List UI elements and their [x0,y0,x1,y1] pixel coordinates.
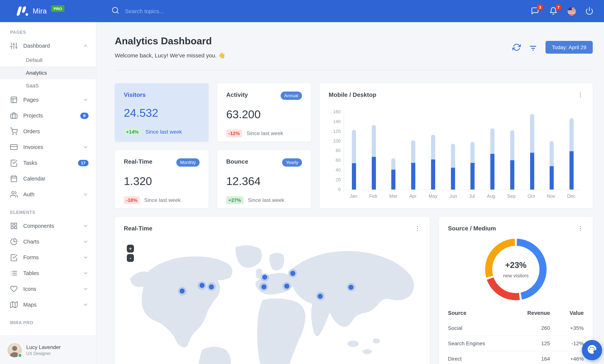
date-range-button[interactable]: Today: April 29 [545,41,593,54]
x-axis-label: Jul [469,194,475,199]
chevron-down-icon [83,270,88,276]
map-marker [178,287,187,296]
map-marker [261,273,269,281]
cell-source: Search Engines [448,336,514,351]
donut-center-label: new visitors [503,273,528,278]
user-name: Lucy Lavender [26,344,61,350]
x-axis-label: Aug [487,194,495,199]
page-title: Analytics Dashboard [115,36,225,47]
calendar-icon [10,175,18,182]
filter-button[interactable] [529,43,537,51]
briefcase-icon [10,112,18,119]
cell-value: +35% [550,320,584,336]
chevron-down-icon [83,191,88,197]
more-vertical-icon [577,93,584,100]
sidebar-item-dashboard[interactable]: Dashboard [0,38,96,54]
bar-aug [490,128,494,189]
source-menu-button[interactable] [577,225,584,232]
top-navbar: Mira PRO 3 7 [0,0,604,22]
cell-revenue: 260 [514,320,550,336]
sidebar-item-forms[interactable]: Forms [0,250,96,265]
y-axis-tick: 100 [333,138,341,144]
power-icon [585,10,593,16]
sidebar-item-calendar[interactable]: Calendar [0,171,96,187]
language-flag-us[interactable] [568,7,576,15]
mira-logo-icon [16,6,28,16]
refresh-button[interactable] [513,43,521,51]
x-axis-label: Sep [507,194,516,199]
sidebar-nav: PAGESDashboardDefaultAnalyticsSaaSPagesP… [0,22,96,336]
stat-title: Real-Time [124,158,152,165]
delta-chip: -18% [124,196,140,204]
sidebar-section-label-elements: ELEMENTS [0,202,96,218]
grid-icon [10,222,18,230]
map-zoom-in-button[interactable]: + [127,245,134,252]
brand-name: Mira [33,7,47,15]
brand[interactable]: Mira PRO [0,6,96,16]
x-axis-label: Feb [369,194,377,199]
avatar [8,343,22,357]
map-marker [316,292,325,301]
bar-jul [471,142,475,189]
chevron-down-icon [83,97,88,103]
users-icon [10,191,18,198]
user-profile[interactable]: Lucy Lavender UX Designer [0,336,96,364]
bar-apr [411,140,415,189]
stat-value: 63.200 [226,108,302,121]
notifications-button[interactable]: 7 [549,7,558,16]
period-badge: Annual [280,92,302,100]
stat-value: 1.320 [124,175,200,188]
x-axis-label: Jun [449,194,457,199]
sidebar-subitem-saas[interactable]: SaaS [0,79,96,92]
x-axis-label: Jan [350,194,357,199]
chevron-down-icon [83,286,88,292]
map-menu-button[interactable] [414,225,421,232]
sliders-icon [10,42,18,50]
chart-menu-button[interactable] [577,92,584,98]
notifications-count-badge: 7 [555,4,562,10]
layout-icon [10,96,18,104]
stat-note: Since last week [248,197,284,203]
sidebar-section-label-pages: PAGES [0,22,96,38]
messages-button[interactable]: 3 [531,7,540,16]
sidebar-item-auth[interactable]: Auth [0,187,96,202]
sidebar-item-tasks[interactable]: Tasks17 [0,155,96,171]
sidebar-subitem-default[interactable]: Default [0,54,96,66]
sidebar-item-projects[interactable]: Projects8 [0,108,96,124]
sidebar-item-charts[interactable]: Charts [0,234,96,250]
cell-source: Social [448,320,514,336]
sidebar-item-icons[interactable]: Icons [0,281,96,297]
sidebar-item-maps[interactable]: Maps [0,297,96,313]
map-marker [282,282,291,290]
sidebar-item-orders[interactable]: Orders [0,124,96,139]
sidebar-subitem-analytics[interactable]: Analytics [0,66,96,79]
map-marker [347,283,355,292]
table-row-search-engines: Search Engines125-12% [448,336,584,351]
sidebar-section-label-mira-pro: MIRA PRO [0,313,96,328]
map-zoom-out-button[interactable]: - [127,254,134,262]
chevron-down-icon [83,223,88,229]
stat-value: 12.364 [226,175,302,188]
map-marker [289,269,297,277]
sign-out-button[interactable] [585,7,594,16]
stat-note: Since last week [247,130,283,136]
y-axis-tick: 20 [336,177,341,182]
cell-source: Direct [448,351,514,364]
donut-chart: +23% new visitors [485,239,547,300]
sidebar-item-components[interactable]: Components [0,218,96,234]
sidebar-item-pages[interactable]: Pages [0,92,96,108]
stat-card-visitors: Visitors24.532+14%Since last week [115,83,209,141]
global-search [112,6,531,16]
pie-chart-icon [10,238,18,245]
list-icon [10,269,18,277]
theme-settings-fab[interactable] [582,340,602,360]
main-content: Analytics Dashboard Welcome back, Lucy! … [96,22,604,364]
source-table: Source Revenue Value Social260+35%Search… [448,307,584,364]
header-actions: Today: April 29 [513,41,593,54]
delta-chip: -12% [226,129,242,137]
sidebar-item-invoices[interactable]: Invoices [0,139,96,155]
search-input[interactable] [124,8,223,15]
sidebar-item-tables[interactable]: Tables [0,265,96,281]
bottom-grid: Real-Time + - [115,217,593,364]
table-row-direct: Direct164+46% [448,351,584,364]
